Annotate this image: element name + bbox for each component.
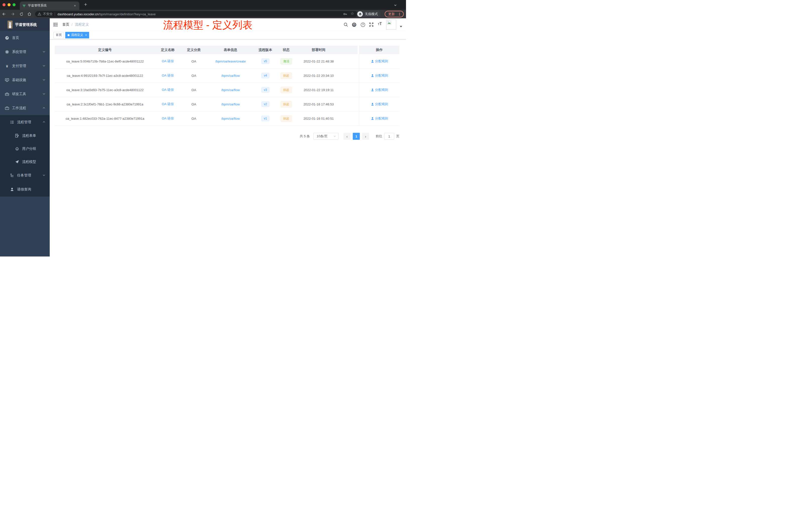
- next-page-button[interactable]: ›: [362, 133, 369, 140]
- browser-tab[interactable]: 芋道管理系统 ×: [20, 1, 79, 10]
- version-badge: v5: [261, 58, 270, 64]
- annotation-text: 流程模型 - 定义列表: [163, 20, 253, 30]
- assign-rule-button[interactable]: 分配规则: [371, 59, 388, 63]
- avatar-dropdown-caret-icon[interactable]: [400, 26, 402, 27]
- sidebar-item-label: 用户分组: [22, 147, 36, 151]
- definition-id: oa_leave:4:991f2193-7b7f-11ec-a3c8-acde4…: [55, 68, 155, 83]
- sidebar-item-process-form[interactable]: 流程表单: [0, 129, 50, 142]
- deploy-time: 2022-01-16 17:46:53: [295, 97, 342, 111]
- page-size-select[interactable]: 10条/页: [313, 133, 339, 140]
- tree-list-icon: [10, 120, 14, 124]
- sidebar-menu: 首页 系统管理 ¥ 支付管理 基础设施 研发工具: [0, 31, 50, 197]
- minimize-window-button[interactable]: [7, 3, 10, 6]
- definition-name-link[interactable]: OA 请假: [162, 102, 174, 107]
- forward-icon[interactable]: [10, 11, 15, 17]
- table-row: oa_leave:4:991f2193-7b7f-11ec-a3c8-acde4…: [55, 68, 400, 83]
- sidebar-item-system[interactable]: 系统管理: [0, 45, 50, 59]
- goto-page-input[interactable]: 1: [384, 133, 394, 140]
- tag-close-icon[interactable]: ×: [85, 33, 87, 37]
- definition-name-link[interactable]: OA 请假: [162, 73, 174, 78]
- sidebar-item-infrastructure[interactable]: 基础设施: [0, 73, 50, 87]
- sidebar-item-task-management[interactable]: 任务管理: [0, 169, 50, 182]
- sidebar-item-dev-tools[interactable]: 研发工具: [0, 87, 50, 101]
- font-size-icon[interactable]: TT: [378, 22, 382, 26]
- definition-category: OA: [180, 97, 207, 111]
- sidebar-item-home[interactable]: 首页: [0, 31, 50, 45]
- chevron-up-icon: [42, 120, 46, 124]
- sidebar-item-label: 流程管理: [17, 120, 31, 124]
- form-link[interactable]: /bpm/oa/flow: [221, 117, 240, 120]
- sidebar-item-process-management[interactable]: 流程管理: [0, 115, 50, 129]
- definition-id: oa_leave:1:482ec033-762a-11ec-8477-a2380…: [55, 112, 155, 125]
- column-header-filler: [342, 46, 357, 54]
- sidebar-item-payment[interactable]: ¥ 支付管理: [0, 59, 50, 73]
- collapse-sidebar-icon[interactable]: [53, 22, 58, 27]
- user-icon: [371, 88, 374, 92]
- definition-name-link[interactable]: OA 请假: [162, 88, 174, 92]
- help-icon[interactable]: ?: [360, 22, 365, 28]
- chevron-down-icon: [42, 50, 46, 54]
- definition-name-link[interactable]: OA 请假: [162, 59, 174, 63]
- sidebar-item-user-group[interactable]: 用户分组: [0, 142, 50, 155]
- gear-icon: [5, 50, 9, 54]
- sidebar-item-label: 首页: [12, 36, 19, 40]
- user-icon: [371, 117, 374, 120]
- app-window: 芋道管理系统 首页 系统管理 ¥ 支付管理 基础设施: [0, 18, 406, 256]
- reload-icon[interactable]: [19, 11, 24, 17]
- avatar[interactable]: [386, 20, 396, 30]
- definition-table: 定义编号 定义名称 定义分类 表单信息 流程版本 状态 部署时间 操作 oa_l…: [55, 46, 400, 126]
- home-icon[interactable]: [27, 11, 32, 17]
- definition-name-link[interactable]: OA 请假: [162, 116, 174, 121]
- tab-close-icon[interactable]: ×: [73, 4, 77, 7]
- security-label[interactable]: 不安全: [43, 12, 53, 16]
- close-window-button[interactable]: [2, 3, 5, 6]
- sidebar-item-workflow[interactable]: 工作流程: [0, 101, 50, 115]
- github-icon[interactable]: [352, 22, 356, 28]
- deploy-time: 2022-01-16 01:40:51: [295, 112, 342, 125]
- monitor-icon: [5, 78, 9, 82]
- column-header: 定义分类: [180, 46, 207, 54]
- tag-process-definition[interactable]: 流程定义 ×: [65, 32, 89, 38]
- fullscreen-icon[interactable]: [369, 22, 374, 28]
- back-icon[interactable]: [1, 11, 6, 17]
- app-logo[interactable]: 芋道管理系统: [0, 18, 50, 31]
- deploy-time: 2022-01-22 19:19:11: [295, 83, 342, 97]
- breadcrumb-home[interactable]: 首页: [62, 22, 69, 27]
- status-badge: 挂起: [281, 72, 292, 79]
- assign-rule-button[interactable]: 分配规则: [371, 73, 388, 78]
- form-link[interactable]: /bpm/oa/flow: [221, 74, 240, 78]
- update-browser-button[interactable]: 更新 ⋮: [385, 11, 404, 17]
- goto-label: 前往: [376, 134, 382, 139]
- sidebar-item-leave-query[interactable]: 请假查询: [0, 182, 50, 197]
- assign-rule-button[interactable]: 分配规则: [371, 116, 388, 121]
- update-label: 更新: [388, 12, 395, 16]
- version-badge: v4: [261, 73, 270, 78]
- prev-page-button[interactable]: ‹: [344, 133, 350, 140]
- bookmark-star-icon[interactable]: ☆: [350, 11, 354, 16]
- assign-rule-button[interactable]: 分配规则: [371, 88, 388, 92]
- url-bar[interactable]: 不安全 dashboard.yudao.iocoder.cn/bpm/manag…: [35, 11, 357, 17]
- browser-menu-dots-icon[interactable]: ⋮: [398, 12, 401, 16]
- chevron-down-icon: [42, 92, 46, 96]
- status-badge: 挂起: [281, 116, 292, 122]
- assign-rule-button[interactable]: 分配规则: [371, 102, 388, 107]
- pagination: 共 5 条 10条/页 ‹ 1 › 前往 1 页: [50, 133, 400, 140]
- search-icon[interactable]: [344, 22, 348, 28]
- form-link[interactable]: /bpm/oa/flow: [221, 102, 240, 106]
- breadcrumb-separator: /: [71, 23, 72, 27]
- toolbox-icon: [5, 92, 9, 96]
- form-link[interactable]: /bpm/oa/flow: [221, 88, 240, 92]
- tag-home[interactable]: 首页: [54, 32, 64, 38]
- zoom-window-button[interactable]: [12, 3, 16, 6]
- sidebar-item-label: 流程模型: [22, 160, 36, 164]
- sidebar-item-label: 工作流程: [12, 106, 26, 111]
- column-header: 状态: [277, 46, 295, 54]
- password-key-icon[interactable]: [343, 12, 348, 17]
- org-branch-icon: [10, 174, 14, 177]
- page-number-button[interactable]: 1: [353, 133, 360, 140]
- new-tab-button[interactable]: +: [82, 1, 89, 8]
- form-link[interactable]: /bpm/oa/leave/create: [215, 59, 245, 63]
- sidebar-item-process-model[interactable]: 流程模型: [0, 155, 50, 169]
- definition-category: OA: [180, 112, 207, 125]
- tab-search-chevron-icon[interactable]: [394, 3, 397, 8]
